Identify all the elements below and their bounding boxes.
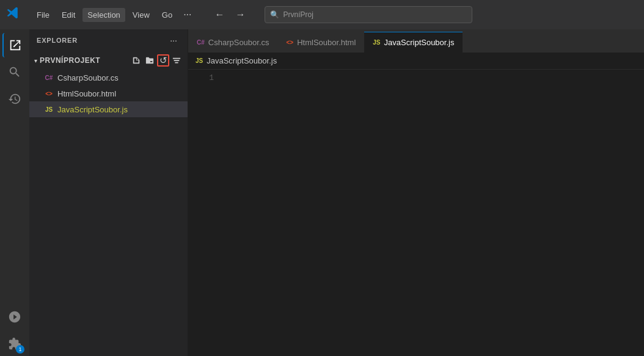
project-header[interactable]: ▾ PRVNÍPROJEKT ↺ (29, 51, 188, 70)
menu-more[interactable]: ··· (180, 8, 195, 22)
html-filename: HtmlSoubor.html (57, 89, 116, 98)
tab-csharp-label: CsharpSoubor.cs (208, 38, 269, 47)
tab-html[interactable]: <> HtmlSoubor.html (278, 32, 365, 53)
tab-js[interactable]: JS JavaScriptSoubor.js (364, 32, 463, 53)
menu-go[interactable]: Go (157, 8, 177, 22)
menu-bar: File Edit Selection View Go ··· (32, 8, 195, 22)
editor-file-icon: JS (196, 57, 203, 64)
menu-selection[interactable]: Selection (82, 8, 125, 22)
extensions-badge: 1 (16, 345, 24, 354)
editor-title-bar: JS JavaScriptSoubor.js (188, 53, 644, 70)
tab-html-icon: <> (287, 39, 294, 46)
tab-js-icon: JS (373, 39, 380, 46)
js-file-icon: JS (44, 104, 54, 114)
project-name: PRVNÍPROJEKT (40, 56, 130, 65)
menu-edit[interactable]: Edit (57, 8, 80, 22)
file-item-csharp[interactable]: C# CsharpSoubor.cs (29, 70, 188, 85)
project-actions: ↺ (130, 54, 183, 67)
tab-csharp[interactable]: C# CsharpSoubor.cs (188, 32, 278, 53)
sidebar: EXPLORER ··· ▾ PRVNÍPROJEKT ↺ (29, 29, 188, 356)
js-filename: JavaScriptSoubor.js (57, 105, 128, 114)
file-item-html[interactable]: <> HtmlSoubor.html (29, 85, 188, 101)
tab-html-label: HtmlSoubor.html (297, 38, 356, 47)
new-folder-button[interactable] (144, 54, 156, 67)
new-file-button[interactable] (130, 54, 142, 67)
line-numbers: 1 (188, 70, 219, 356)
tab-js-label: JavaScriptSoubor.js (384, 38, 455, 47)
editor-area: C# CsharpSoubor.cs <> HtmlSoubor.html JS… (188, 29, 644, 356)
nav-back-button[interactable]: ← (211, 8, 228, 21)
activity-explorer[interactable] (2, 33, 27, 57)
html-file-icon: <> (44, 89, 54, 98)
project-chevron: ▾ (34, 57, 37, 64)
editor-filename: JavaScriptSoubor.js (207, 56, 277, 65)
activity-search[interactable] (2, 60, 27, 84)
nav-buttons: ← → (211, 8, 249, 21)
line-number-1: 1 (193, 73, 214, 82)
csharp-file-icon: C# (44, 73, 54, 82)
collapse-all-button[interactable] (170, 54, 183, 67)
activity-bar: 1 (0, 29, 29, 356)
main-area: 1 EXPLORER ··· ▾ PRVNÍPROJEKT ↺ (0, 29, 644, 356)
activity-source-control[interactable] (2, 87, 27, 111)
editor-breadcrumb: JS JavaScriptSoubor.js (196, 56, 277, 65)
vscode-logo (6, 6, 20, 23)
activity-run[interactable] (2, 305, 27, 329)
sidebar-header-actions: ··· (167, 34, 180, 47)
nav-forward-button[interactable]: → (232, 8, 249, 21)
csharp-filename: CsharpSoubor.cs (57, 73, 119, 82)
sidebar-title: EXPLORER (37, 37, 78, 44)
sidebar-more-button[interactable]: ··· (167, 34, 180, 47)
titlebar: File Edit Selection View Go ··· ← → 🔍 Pr… (0, 0, 644, 29)
code-content[interactable] (219, 70, 644, 356)
file-item-js[interactable]: JS JavaScriptSoubor.js (29, 101, 188, 117)
search-area: 🔍 PrvníProj (265, 6, 638, 23)
refresh-button[interactable]: ↺ (157, 54, 169, 67)
search-text: PrvníProj (283, 10, 313, 19)
menu-view[interactable]: View (128, 8, 155, 22)
search-box[interactable]: 🔍 PrvníProj (265, 6, 472, 23)
code-area[interactable]: 1 (188, 70, 644, 356)
tabs-bar: C# CsharpSoubor.cs <> HtmlSoubor.html JS… (188, 29, 644, 53)
tab-csharp-icon: C# (197, 39, 205, 46)
menu-file[interactable]: File (32, 8, 54, 22)
activity-extensions[interactable]: 1 (2, 332, 27, 356)
search-icon: 🔍 (270, 10, 279, 19)
sidebar-header: EXPLORER ··· (29, 29, 188, 51)
